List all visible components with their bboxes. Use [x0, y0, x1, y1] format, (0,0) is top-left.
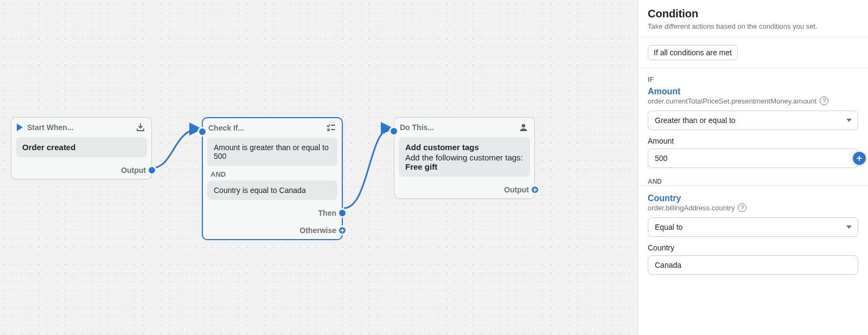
start-trigger-pill[interactable]: Order created: [16, 137, 147, 157]
panel-and-label: AND: [638, 176, 868, 185]
start-output-row: Output: [11, 162, 151, 179]
action-subtitle: Add the following customer tags:: [405, 153, 524, 162]
node-condition-header-label: Check If...: [208, 124, 244, 132]
condition-1-pill[interactable]: Amount is greater than or equal to 500: [207, 138, 337, 166]
condition-panel: Condition Take different actions based o…: [637, 0, 868, 335]
condition-1-text: Amount is greater than or equal to 500: [214, 143, 329, 160]
add-condition-after-1-button[interactable]: +: [853, 152, 866, 165]
cond1-operator-select[interactable]: Greater than or equal to: [648, 111, 858, 130]
condition-otherwise-label: Otherwise: [299, 226, 336, 235]
help-icon[interactable]: ?: [820, 96, 828, 105]
user-icon: [518, 122, 529, 133]
node-action-header: Do This...: [394, 118, 534, 137]
condition-2-section: Country order.billingAddress.country ? E…: [638, 185, 868, 282]
action-input-port[interactable]: [389, 126, 399, 136]
cond1-value-group: +: [648, 149, 858, 168]
if-label: IF: [648, 76, 858, 83]
cond2-field-path: order.billingAddress.country: [648, 204, 735, 212]
panel-subtitle: Take different actions based on the cond…: [648, 22, 858, 30]
start-output-label: Output: [121, 166, 146, 175]
node-action[interactable]: Do This... Add customer tags Add the fol…: [394, 117, 535, 199]
cond2-field-link[interactable]: Country: [648, 194, 858, 203]
action-output-port[interactable]: +: [530, 185, 540, 195]
node-condition-header: Check If...: [203, 118, 342, 138]
start-output-port[interactable]: [147, 165, 157, 175]
match-mode-chip[interactable]: If all conditions are met: [648, 45, 738, 60]
action-title: Add customer tags: [405, 143, 479, 152]
node-start[interactable]: Start When... Order created Output: [11, 117, 152, 179]
cond2-value-input[interactable]: [648, 255, 858, 275]
action-pill[interactable]: Add customer tags Add the following cust…: [399, 137, 530, 177]
cond2-field-path-row: order.billingAddress.country ?: [648, 203, 858, 212]
node-condition[interactable]: Check If... Amount is greater than or eq…: [202, 117, 343, 240]
action-output-label: Output: [504, 185, 529, 194]
cond1-operator-wrap: Greater than or equal to: [648, 111, 858, 130]
cond1-field-path-row: order.currentTotalPriceSet.presentmentMo…: [648, 96, 858, 105]
panel-header: Condition Take different actions based o…: [638, 0, 868, 37]
condition-otherwise-row: Otherwise +: [203, 222, 342, 239]
condition-otherwise-port[interactable]: +: [337, 226, 347, 235]
condition-2-text: Country is equal to Canada: [214, 186, 306, 195]
condition-2-pill[interactable]: Country is equal to Canada: [207, 181, 337, 200]
cond1-field-path: order.currentTotalPriceSet.presentmentMo…: [648, 97, 816, 105]
condition-input-port[interactable]: [197, 127, 207, 137]
condition-then-label: Then: [318, 209, 336, 217]
action-output-row: Output +: [394, 181, 534, 198]
checklist-icon: [326, 123, 336, 133]
panel-title: Condition: [648, 8, 858, 20]
cond2-value-group: [648, 255, 858, 275]
help-icon[interactable]: ?: [738, 203, 746, 212]
play-icon: [17, 124, 23, 131]
node-start-header: Start When...: [11, 118, 151, 137]
node-action-header-label: Do This...: [400, 123, 434, 132]
condition-then-port[interactable]: [337, 208, 347, 218]
condition-1-section: IF Amount order.currentTotalPriceSet.pre…: [638, 68, 868, 176]
node-start-header-label: Start When...: [27, 123, 74, 132]
condition-and-label: AND: [210, 170, 334, 178]
cond2-operator-wrap: Equal to: [648, 217, 858, 237]
action-tag-value: Free gift: [405, 162, 437, 171]
start-trigger-label: Order created: [22, 143, 75, 152]
cond2-value-label: Country: [648, 243, 858, 252]
match-mode-section: If all conditions are met: [638, 37, 868, 68]
svg-point-0: [522, 124, 525, 127]
cond1-value-label: Amount: [648, 137, 858, 145]
cond2-operator-select[interactable]: Equal to: [648, 217, 858, 237]
condition-then-row: Then: [203, 204, 342, 222]
import-icon[interactable]: [135, 122, 146, 133]
cond1-field-link[interactable]: Amount: [648, 87, 858, 96]
cond1-value-input[interactable]: [648, 149, 858, 168]
